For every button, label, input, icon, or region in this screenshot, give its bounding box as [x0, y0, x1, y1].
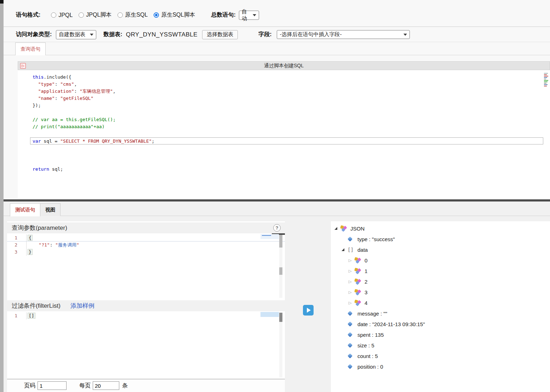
run-test-button[interactable] — [303, 305, 314, 316]
tree-row: ▷4 — [331, 297, 550, 308]
tree-node-text[interactable]: size : 5 — [357, 342, 374, 348]
radio-option-2[interactable]: 原生SQL — [118, 11, 148, 19]
code-line: this.include({ — [33, 74, 550, 81]
object-icon — [355, 289, 363, 295]
line-number: 3 — [7, 249, 27, 256]
tab-view[interactable]: 视图 — [40, 203, 61, 216]
collapsed-arrow-icon[interactable]: ▷ — [349, 280, 355, 284]
tree-row: ▷3 — [331, 287, 550, 297]
radio-circle-icon[interactable] — [79, 12, 84, 18]
access-type-select[interactable]: 自建数据表 — [56, 30, 96, 39]
expanded-arrow-icon[interactable] — [342, 248, 348, 251]
result-panel: JSONtype : "success"[]data▷0▷1▷2▷3▷4mess… — [331, 221, 550, 392]
sql-script-editor[interactable]: this.include({ "type": "cms", "applicati… — [18, 70, 550, 198]
script-panel-title: 通过脚本创建SQL — [18, 63, 550, 69]
tree-node-text[interactable]: 2 — [365, 279, 367, 285]
tree-row: message : "" — [331, 308, 550, 319]
tree-node-text[interactable]: 1 — [365, 268, 367, 274]
parameter-header: 查询参数(parameter) ? — [7, 222, 285, 233]
test-input-pane: 查询参数(parameter) ? 1{2 "?1": "服务调用"3} 过滤条… — [7, 221, 285, 392]
tree-node-text[interactable]: count : 5 — [357, 353, 378, 359]
field-select-value: -选择后在语句中插入字段- — [280, 31, 342, 38]
collapsed-arrow-icon[interactable]: ▷ — [349, 259, 355, 262]
object-icon — [355, 268, 363, 274]
radio-label: 原生SQL — [125, 11, 148, 19]
per-page-label: 每页 — [79, 382, 91, 390]
test-section: 测试语句 视图 查询参数(parameter) ? 1{2 "?1": "服务调… — [4, 201, 550, 392]
statement-format-label: 语句格式: — [16, 11, 40, 19]
scrollbar-thumb[interactable] — [279, 235, 282, 248]
data-source-row: 访问对象类型: 自建数据表 数据表: QRY_DYN_YSSWTABLE 选择数… — [4, 27, 550, 42]
code-line: "type": "cms", — [33, 81, 550, 88]
filter-scrollbar[interactable] — [279, 313, 282, 377]
tree-node-text[interactable]: 0 — [365, 257, 367, 263]
collapsed-arrow-icon[interactable]: ▷ — [349, 290, 355, 294]
script-panel-header: ▷ 通过脚本创建SQL — [18, 61, 550, 70]
object-icon — [340, 226, 349, 232]
tree-row: ▷2 — [331, 276, 550, 287]
value-icon — [348, 237, 356, 241]
tree-row: []data — [331, 244, 550, 255]
line-number: 1 — [7, 234, 27, 241]
chevron-down-icon — [253, 14, 256, 16]
page-number-input[interactable] — [38, 381, 67, 390]
left-scroll-strip[interactable] — [0, 4, 4, 392]
unit-label: 条 — [122, 382, 128, 390]
tree-row: type : "success" — [331, 234, 550, 244]
code-line: 3} — [7, 249, 285, 256]
radio-label: JPQL脚本 — [86, 11, 111, 19]
tree-node-text[interactable]: position : 0 — [357, 364, 383, 370]
radio-circle-icon[interactable] — [154, 12, 159, 18]
chevron-down-icon — [90, 34, 93, 36]
parameter-editor[interactable]: 1{2 "?1": "服务调用"3} — [7, 233, 285, 299]
tree-row: date : "2024-11-13 09:30:15" — [331, 319, 550, 329]
tree-row: spent : 135 — [331, 329, 550, 340]
code-line: "name": "getFileSQL" — [33, 95, 550, 102]
choose-table-button[interactable]: 选择数据表 — [202, 30, 238, 39]
tree-node-text[interactable]: 3 — [365, 289, 367, 295]
radio-option-0[interactable]: JPQL — [51, 12, 73, 18]
code-line: 1[] — [7, 312, 285, 319]
tree-node-text[interactable]: message : "" — [357, 311, 387, 317]
tree-node-text[interactable]: spent : 135 — [357, 332, 384, 338]
tree-node-text[interactable]: data — [357, 247, 368, 253]
collapsed-arrow-icon[interactable]: ▷ — [349, 301, 355, 305]
tab-query-statement[interactable]: 查询语句 — [15, 42, 46, 55]
total-statement-label: 总数语句: — [211, 11, 235, 19]
code-line: // var aa = this.getFileSQL(); — [33, 116, 550, 123]
total-statement-select[interactable]: 自动 — [239, 11, 259, 20]
filter-editor[interactable]: 1[] — [7, 311, 285, 379]
array-icon: [] — [348, 247, 356, 252]
object-icon — [355, 257, 363, 263]
tree-row: count : 5 — [331, 351, 550, 361]
radio-circle-icon[interactable] — [51, 12, 56, 18]
parameter-title: 查询参数(parameter) — [12, 224, 67, 232]
radio-option-1[interactable]: JPQL脚本 — [79, 11, 111, 19]
pagination-row: 页码 每页 条 — [7, 379, 285, 392]
scrollbar-thumb[interactable] — [279, 267, 282, 275]
data-table-label: 数据表: — [103, 31, 122, 38]
value-icon — [348, 312, 356, 315]
tree-row: JSON — [331, 223, 550, 234]
field-select[interactable]: -选择后在语句中插入字段- — [277, 30, 410, 39]
page-number-label: 页码 — [24, 382, 35, 390]
tree-node-text[interactable]: JSON — [350, 226, 365, 232]
tree-row: position : 0 — [331, 361, 550, 372]
json-result-tree: JSONtype : "success"[]data▷0▷1▷2▷3▷4mess… — [331, 221, 550, 372]
scrollbar-thumb[interactable] — [279, 313, 282, 322]
radio-circle-icon[interactable] — [118, 12, 123, 18]
collapsed-arrow-icon[interactable]: ▷ — [349, 269, 355, 273]
tab-test-statement[interactable]: 测试语句 — [10, 203, 40, 216]
expanded-arrow-icon[interactable] — [334, 227, 340, 230]
parameter-scrollbar[interactable] — [279, 235, 282, 298]
filter-minimap — [260, 312, 279, 317]
tree-node-text[interactable]: type : "success" — [357, 236, 395, 242]
code-line — [33, 144, 550, 152]
per-page-input[interactable] — [93, 381, 119, 390]
add-sample-link[interactable]: 添加样例 — [70, 302, 94, 310]
tree-node-text[interactable]: 4 — [365, 300, 367, 306]
code-minimap[interactable] — [543, 72, 549, 95]
tree-node-text[interactable]: date : "2024-11-13 09:30:15" — [357, 321, 425, 327]
help-icon[interactable]: ? — [273, 224, 281, 232]
radio-option-3[interactable]: 原生SQL脚本 — [154, 11, 195, 19]
